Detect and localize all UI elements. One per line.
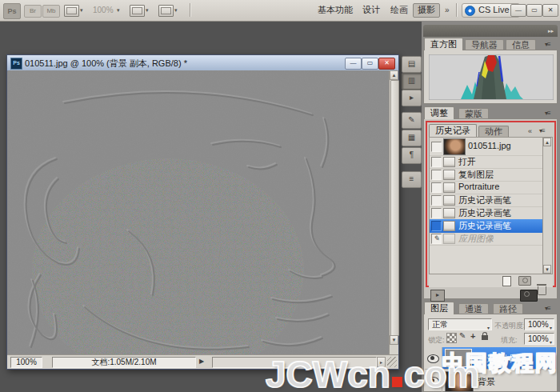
- history-row-apply-image-disabled[interactable]: ✎ 应用图像: [430, 232, 544, 246]
- panel-menu-icon[interactable]: ▾≡: [539, 127, 545, 134]
- toolbar-divider: [456, 3, 458, 17]
- scroll-down-icon[interactable]: ▼: [543, 265, 551, 274]
- tab-channels[interactable]: 通道: [458, 303, 489, 314]
- history-brush-source-well[interactable]: [431, 208, 442, 218]
- opacity-value: 100%: [528, 320, 549, 329]
- panel-menu-icon[interactable]: ▾≡: [545, 41, 550, 48]
- workspace-essentials[interactable]: 基本功能: [314, 3, 357, 16]
- history-row-open[interactable]: 打开: [430, 155, 544, 169]
- history-row-history-brush-selected[interactable]: 历史记录画笔: [430, 219, 544, 233]
- canvas-image[interactable]: [8, 70, 389, 354]
- bridge-button[interactable]: Br: [24, 5, 42, 18]
- tab-layers[interactable]: 图层: [424, 302, 454, 314]
- tab-masks[interactable]: 蒙版: [458, 108, 489, 119]
- workspace-painting[interactable]: 绘画: [386, 3, 412, 16]
- scroll-up-icon[interactable]: ▲: [543, 138, 551, 146]
- history-brush-source-well[interactable]: [431, 157, 442, 167]
- vertical-scrollbar-thumb[interactable]: [390, 80, 399, 336]
- status-flyout-icon[interactable]: ▶: [199, 358, 204, 365]
- snapshot-thumbnail[interactable]: [443, 138, 466, 155]
- tab-paths[interactable]: 路径: [493, 303, 523, 314]
- workspace-design[interactable]: 设计: [358, 3, 384, 16]
- panel-menu-icon[interactable]: ▾≡: [545, 305, 550, 312]
- history-step-label: 打开: [458, 156, 476, 168]
- document-close-button[interactable]: ✕: [378, 58, 395, 70]
- photoshop-app: { "icons": { "dropdown": "▾", "overflow"…: [0, 0, 560, 392]
- lock-transparent-pixels-icon[interactable]: [446, 333, 457, 343]
- blend-mode-select[interactable]: 正常 ▾: [428, 318, 492, 330]
- collapsed-panel-icon[interactable]: ✎: [402, 112, 422, 129]
- mini-bridge-button[interactable]: Mb: [42, 5, 60, 18]
- history-step-label: 复制图层: [458, 169, 494, 181]
- document-maximize-button[interactable]: ▭: [362, 58, 378, 70]
- chevron-down-icon: ▾: [550, 322, 552, 334]
- screen-mode-icon[interactable]: [158, 5, 174, 17]
- fill-select[interactable]: 100% ▾: [524, 333, 554, 345]
- new-document-from-state-icon[interactable]: [502, 276, 511, 286]
- history-state-icon: [443, 221, 455, 231]
- collapsed-panel-icon-active[interactable]: ▥: [402, 73, 422, 90]
- zoom-level-dropdown-arrow[interactable]: ▾: [117, 7, 120, 14]
- app-restore-button[interactable]: ▭: [526, 4, 542, 17]
- history-state-icon: [443, 234, 455, 244]
- screen-mode-dropdown-arrow[interactable]: ▾: [174, 7, 178, 14]
- workspace-overflow-chevrons[interactable]: »: [445, 6, 450, 14]
- tab-adjustments[interactable]: 调整: [424, 106, 454, 119]
- status-zoom-field[interactable]: 100%: [10, 357, 42, 368]
- lock-label: 锁定:: [428, 335, 445, 346]
- history-brush-source-well[interactable]: [431, 221, 442, 231]
- app-close-button[interactable]: ✕: [542, 4, 558, 17]
- tab-histogram[interactable]: 直方图: [424, 38, 463, 50]
- history-brush-source-well[interactable]: [431, 142, 442, 152]
- collapsed-panel-icon[interactable]: ¶: [402, 147, 422, 164]
- lock-position-icon[interactable]: +: [470, 331, 475, 341]
- zoom-level-value[interactable]: 100%: [93, 6, 114, 14]
- opacity-select[interactable]: 100% ▾: [524, 318, 554, 330]
- opacity-label: 不透明度:: [494, 321, 526, 331]
- document-file-icon: Ps: [10, 58, 22, 70]
- toolbar-divider: [190, 3, 191, 17]
- delete-state-icon[interactable]: [538, 286, 546, 295]
- collapsed-panel-icon[interactable]: ≡: [402, 171, 422, 188]
- history-scrollbar[interactable]: ▲ ▼: [542, 138, 552, 274]
- history-brush-source-well[interactable]: [431, 170, 442, 180]
- collapsed-panel-icon[interactable]: ▦: [402, 130, 422, 146]
- fill-label: 填充:: [501, 335, 518, 346]
- history-brush-source-well[interactable]: [431, 182, 442, 193]
- view-extras-icon[interactable]: [64, 5, 79, 17]
- new-snapshot-icon[interactable]: [518, 276, 531, 286]
- history-row-history-brush[interactable]: 历史记录画笔: [430, 194, 544, 207]
- lock-all-icon[interactable]: [482, 335, 488, 340]
- collapsed-panel-icon[interactable]: ▤: [402, 56, 422, 73]
- history-row-duplicate-layer[interactable]: 复制图层: [430, 168, 544, 182]
- scroll-up-icon[interactable]: ▲: [390, 70, 398, 80]
- history-collapse-icon[interactable]: «: [528, 127, 531, 135]
- app-minimize-button[interactable]: —: [510, 4, 526, 17]
- scroll-down-icon[interactable]: ▼: [390, 335, 398, 345]
- camera-icon[interactable]: [520, 290, 538, 302]
- tab-actions[interactable]: 动作: [478, 126, 509, 137]
- history-snapshot-row[interactable]: 010511.jpg: [430, 138, 544, 156]
- tab-info[interactable]: 信息: [506, 39, 536, 50]
- document-minimize-button[interactable]: —: [345, 58, 362, 70]
- panel-menu-icon[interactable]: ▾≡: [545, 110, 550, 117]
- workspace-photography[interactable]: 摄影: [413, 3, 440, 18]
- chevron-down-icon: ▾: [487, 322, 490, 334]
- history-row-history-brush[interactable]: 历史记录画笔: [430, 206, 544, 220]
- history-brush-source-icon[interactable]: ✎: [431, 234, 442, 244]
- layers-tab-row: 图层 通道 路径 ▾≡: [423, 302, 558, 314]
- vertical-scrollbar[interactable]: ▲ ▼: [389, 70, 398, 354]
- lock-image-pixels-icon[interactable]: ✎: [459, 331, 466, 340]
- tab-navigator[interactable]: 导航器: [465, 39, 504, 50]
- status-doc-size: 文档:1.05M/2.10M: [52, 357, 196, 368]
- collapsed-panel-icon[interactable]: ▸: [430, 290, 445, 302]
- arrange-documents-dropdown-arrow[interactable]: ▾: [146, 7, 149, 14]
- history-brush-source-well[interactable]: [431, 195, 442, 206]
- dock-collapse-bar[interactable]: ▸▸: [423, 25, 558, 37]
- arrange-documents-icon[interactable]: [130, 5, 145, 17]
- document-title-bar[interactable]: Ps 010511.jpg @ 100% (背景 副本, RGB/8) * — …: [7, 55, 398, 71]
- collapsed-panel-icon[interactable]: ▸: [402, 90, 422, 106]
- tab-history[interactable]: 历史记录: [429, 124, 477, 137]
- history-row-portraiture[interactable]: Portraiture: [430, 181, 544, 194]
- view-extras-dropdown-arrow[interactable]: ▾: [80, 7, 83, 14]
